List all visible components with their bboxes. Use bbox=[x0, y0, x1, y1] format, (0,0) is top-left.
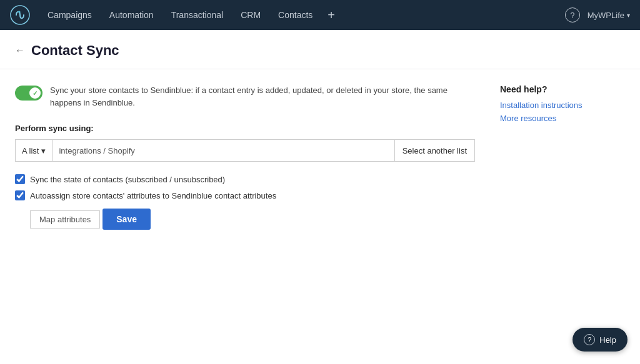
sidebar-help: Need help? Installation instructions Mor… bbox=[500, 84, 625, 246]
checkbox-sync-state-row: Sync the state of contacts (subscribed /… bbox=[15, 174, 475, 184]
page-title: Contact Sync bbox=[31, 42, 119, 59]
help-float-label: Help bbox=[599, 335, 616, 345]
navbar-user-menu[interactable]: MyWPLife ▾ bbox=[588, 11, 630, 20]
checkbox-autoassign-row: Autoassign store contacts' attributes to… bbox=[15, 190, 475, 200]
list-value-input[interactable] bbox=[52, 139, 394, 162]
list-select-caret-icon: ▾ bbox=[41, 146, 46, 155]
app-logo[interactable] bbox=[10, 5, 30, 25]
page-header: ← Contact Sync bbox=[0, 30, 640, 69]
checkbox-autoassign-label: Autoassign store contacts' attributes to… bbox=[30, 191, 276, 200]
navbar: Campaigns Automation Transactional CRM C… bbox=[0, 0, 640, 30]
list-select-label: A list bbox=[22, 146, 39, 155]
save-button[interactable]: Save bbox=[102, 209, 151, 230]
help-title: Need help? bbox=[500, 84, 625, 94]
map-attributes-button[interactable]: Map attributes bbox=[30, 210, 100, 229]
nav-automation[interactable]: Automation bbox=[102, 0, 161, 30]
sync-toggle-row: ✓ Sync your store contacts to Sendinblue… bbox=[15, 84, 475, 109]
toggle-check-icon: ✓ bbox=[32, 90, 38, 97]
content-area: ✓ Sync your store contacts to Sendinblue… bbox=[0, 69, 640, 261]
perform-sync-label: Perform sync using: bbox=[15, 124, 475, 133]
checkbox-sync-state-label: Sync the state of contacts (subscribed /… bbox=[30, 175, 225, 184]
sync-toggle[interactable]: ✓ bbox=[15, 86, 42, 101]
navbar-username: MyWPLife bbox=[588, 11, 624, 20]
nav-campaigns[interactable]: Campaigns bbox=[40, 0, 99, 30]
help-resources-link[interactable]: More resources bbox=[500, 114, 625, 123]
sync-description: Sync your store contacts to Sendinblue: … bbox=[50, 84, 475, 109]
back-button[interactable]: ← bbox=[15, 45, 25, 56]
page-wrapper: ← Contact Sync ✓ Sync your store contact… bbox=[0, 30, 640, 364]
nav-add-button[interactable]: + bbox=[322, 0, 340, 30]
checkbox-sync-state[interactable] bbox=[15, 174, 25, 184]
nav-transactional[interactable]: Transactional bbox=[164, 0, 231, 30]
nav-crm[interactable]: CRM bbox=[233, 0, 268, 30]
list-select-button[interactable]: A list ▾ bbox=[15, 139, 52, 162]
help-installation-link[interactable]: Installation instructions bbox=[500, 101, 625, 110]
sync-inputs-row: A list ▾ Select another list bbox=[15, 139, 475, 162]
navbar-user-caret-icon: ▾ bbox=[627, 12, 630, 19]
help-float-button[interactable]: ? Help bbox=[572, 328, 628, 352]
navbar-help-icon[interactable]: ? bbox=[565, 7, 580, 22]
help-float-icon: ? bbox=[584, 334, 595, 345]
main-content: ✓ Sync your store contacts to Sendinblue… bbox=[15, 84, 475, 246]
nav-contacts[interactable]: Contacts bbox=[271, 0, 320, 30]
navbar-right: ? MyWPLife ▾ bbox=[565, 7, 630, 22]
checkbox-autoassign[interactable] bbox=[15, 190, 25, 200]
select-another-list-button[interactable]: Select another list bbox=[395, 139, 475, 162]
